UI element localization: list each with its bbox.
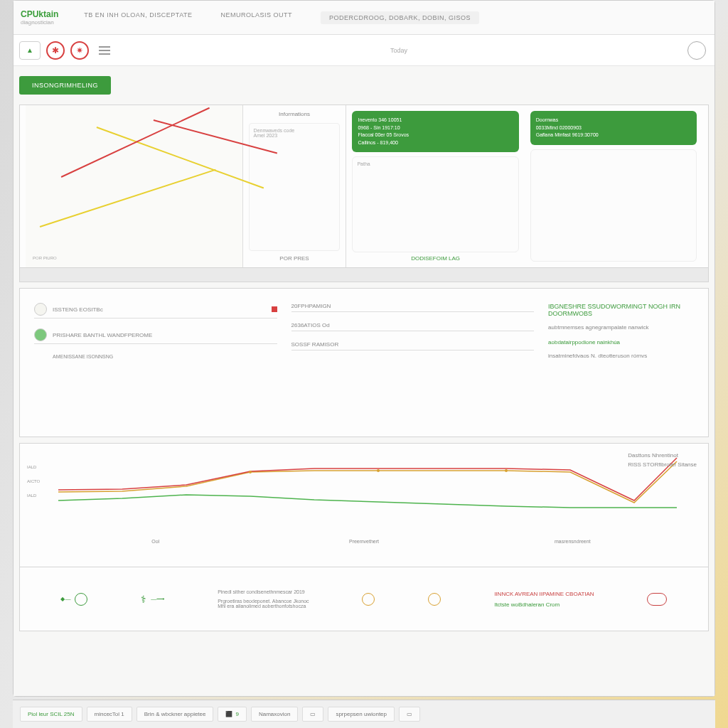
toggle-icon[interactable] bbox=[647, 593, 667, 606]
taskbar-item-1[interactable]: Piol leur SCIL 25N bbox=[20, 707, 82, 722]
panel-footer-strip bbox=[19, 268, 709, 282]
taskbar-item-5[interactable]: Namaxovion bbox=[251, 707, 298, 722]
chart-svg bbox=[30, 451, 698, 536]
metric-3-icon[interactable] bbox=[362, 593, 375, 606]
chart-x-labels: Ool Preemvethert masrensndreent bbox=[30, 539, 698, 544]
title-tab-2[interactable]: NEMUROLASIS OUTT bbox=[221, 11, 293, 24]
legend-item-2: RISS STORfibroter Sitanse bbox=[628, 461, 697, 468]
legend-item-1: Dasttons Nhrentinot bbox=[628, 452, 697, 459]
cfield-3: SOSSF RAMISOR bbox=[291, 341, 535, 350]
details-left-col: ISSTENG EOSITBc PRISHARE BANTHL WANDFPER… bbox=[34, 303, 277, 422]
info-card-2: Inevento 346 10051 0968 - Sin 1917:10 Fl… bbox=[346, 105, 524, 267]
content-area: INSONGRIMHELING POR PIURO Informations D… bbox=[14, 66, 714, 696]
card2-footer: DODISEFOIM LAG bbox=[352, 255, 518, 262]
app-subtitle: diagnostician bbox=[21, 19, 63, 26]
menu-icon[interactable] bbox=[99, 46, 110, 55]
chart-section: Dasttons Nhrentinot RISS STORfibroter Si… bbox=[19, 443, 709, 567]
map-route-red2 bbox=[61, 107, 210, 178]
taskbar-item-8[interactable]: ▭ bbox=[399, 707, 420, 722]
taskbar-item-3[interactable]: Brin & wbckner appietee bbox=[136, 707, 214, 722]
taskbar-item-4[interactable]: ⬛ 9 bbox=[218, 707, 246, 722]
card1-header: Informations bbox=[249, 111, 341, 117]
card2-lower: Patha bbox=[352, 156, 518, 252]
alert-icon[interactable]: ✱ bbox=[46, 41, 65, 60]
metric-1[interactable]: ◆— bbox=[60, 593, 87, 606]
primary-action-button[interactable]: INSONGRIMHELING bbox=[19, 76, 111, 95]
metric-2[interactable]: ⚕ —⟶ bbox=[141, 594, 164, 605]
taskbar-item-6[interactable]: ▭ bbox=[302, 707, 323, 722]
metric-4-icon[interactable] bbox=[428, 593, 441, 606]
details-section: ISSTENG EOSITBc PRISHARE BANTHL WANDFPER… bbox=[19, 288, 709, 437]
chart-legend: Dasttons Nhrentinot RISS STORfibroter Si… bbox=[628, 452, 697, 471]
cfield-2: 2636ATIOS Od bbox=[291, 322, 535, 331]
status-dot-red bbox=[272, 306, 277, 312]
details-right-col: IBGNESHRE SSUDOWORMINGT NOGH IRN DOORMWO… bbox=[548, 303, 694, 422]
title-tab-3[interactable]: PODERCDROOG, DOBARK, DOBIN, GISOS bbox=[321, 11, 479, 24]
map-scale: POR PIURO bbox=[33, 256, 57, 260]
warning-icon[interactable]: ✷ bbox=[70, 41, 89, 60]
metric-text-block: Pinedl sither condisenethnmescar 2019 Pr… bbox=[218, 589, 309, 609]
chart-y-labels: IALD AICTO IALD bbox=[27, 465, 40, 508]
toolbar: ▲ ✱ ✷ Today bbox=[14, 35, 714, 66]
cfield-1: 20FPHPAMIGN bbox=[291, 303, 535, 312]
toolbar-center-label: Today bbox=[116, 47, 682, 54]
metric-icons-section: ◆— ⚕ —⟶ Pinedl sither condisenethnmescar… bbox=[19, 567, 709, 631]
field-icon-2 bbox=[34, 328, 47, 341]
title-tabs: TB EN INH OLOAN, DISCEPTATE NEMUROLASIS … bbox=[84, 11, 707, 24]
field-sub: AMENISSANE ISONNSNG bbox=[53, 354, 277, 359]
card3-greenbox: Doornwas 0033MInd 02000903 Gaflana Minfa… bbox=[530, 111, 697, 145]
title-tab-1[interactable]: TB EN INH OLOAN, DISCEPTATE bbox=[84, 11, 192, 24]
taskbar-item-7[interactable]: sprpepsen uwiontep bbox=[328, 707, 395, 722]
map-route-yellow2 bbox=[40, 169, 216, 228]
metric-1-icon bbox=[75, 593, 87, 606]
svg-point-2 bbox=[505, 469, 508, 472]
app-window: CPUktain diagnostician TB EN INH OLOAN, … bbox=[13, 0, 715, 697]
card3-lower bbox=[530, 149, 697, 262]
field-row-1: ISSTENG EOSITBc bbox=[34, 303, 277, 318]
card1-footer: POR PRES bbox=[249, 255, 341, 262]
field-icon-1 bbox=[34, 303, 47, 316]
info-card-3: Doornwas 0033MInd 02000903 Gaflana Minfa… bbox=[525, 105, 702, 267]
overview-panels: POR PIURO Informations Dennwaveds code A… bbox=[19, 105, 709, 268]
details-center-col: 20FPHPAMIGN 2636ATIOS Od SOSSF RAMISOR bbox=[291, 303, 535, 422]
svg-point-1 bbox=[377, 469, 380, 472]
map-panel[interactable]: POR PIURO bbox=[26, 105, 243, 267]
logo-block: CPUktain diagnostician bbox=[21, 9, 63, 26]
toolbar-home-button[interactable]: ▲ bbox=[19, 41, 41, 60]
app-logo: CPUktain bbox=[21, 9, 58, 19]
card2-greenbox: Inevento 346 10051 0968 - Sin 1917:10 Fl… bbox=[352, 111, 518, 152]
taskbar-item-2[interactable]: mincecTol 1 bbox=[87, 707, 132, 722]
map-route-yellow bbox=[97, 127, 264, 188]
svg-point-0 bbox=[249, 471, 252, 473]
metric-right-text: IINNCK AVREAN IIPAMINE CBOATIAN Itctste … bbox=[494, 591, 594, 608]
titlebar: CPUktain diagnostician TB EN INH OLOAN, … bbox=[14, 1, 714, 35]
taskbar: Piol leur SCIL 25N mincecTol 1 Brin & wb… bbox=[13, 700, 715, 728]
profile-icon[interactable] bbox=[687, 41, 706, 60]
field-row-2: PRISHARE BANTHL WANDFPEROME bbox=[34, 328, 277, 344]
